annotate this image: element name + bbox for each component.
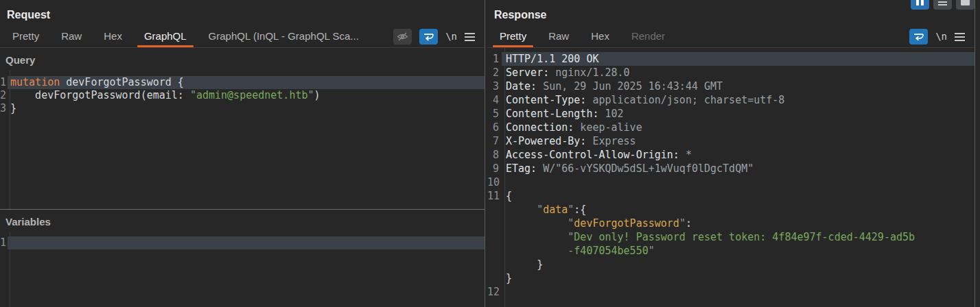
- line-number: 8: [487, 148, 502, 162]
- code-text: -f407054be550": [502, 244, 975, 258]
- response-tab-render[interactable]: Render: [620, 26, 676, 47]
- code-text: "Dev only! Password reset token: 4f84e97…: [502, 230, 975, 244]
- line-number: 3: [0, 102, 8, 115]
- variables-editor[interactable]: 1: [0, 232, 485, 307]
- code-text: }: [502, 258, 975, 271]
- code-text: [502, 285, 975, 299]
- response-tab-pretty[interactable]: Pretty: [489, 26, 537, 47]
- code-text: [8, 236, 485, 249]
- code-line: 1HTTP/1.1 200 OK: [487, 52, 975, 66]
- line-number: [487, 244, 502, 258]
- newline-toggle[interactable]: \n: [935, 29, 947, 45]
- request-toolbar: \n: [393, 26, 485, 47]
- code-text: [502, 175, 975, 189]
- code-text: "devForgotPassword":: [502, 217, 975, 230]
- code-text: Connection: keep-alive: [502, 121, 975, 134]
- line-number: 9: [487, 162, 502, 175]
- response-menu-icon[interactable]: [955, 32, 965, 42]
- code-text: Date: Sun, 29 Jun 2025 16:43:44 GMT: [502, 79, 975, 93]
- code-line: -f407054be550": [487, 244, 975, 258]
- code-line: "Dev only! Password reset token: 4f84e97…: [487, 230, 975, 244]
- code-text: HTTP/1.1 200 OK: [502, 52, 975, 66]
- code-line: 12: [487, 285, 975, 299]
- code-line: 3}: [0, 102, 485, 115]
- line-number: 11: [487, 189, 502, 203]
- code-text: Content-Length: 102: [502, 107, 975, 121]
- code-line: 2 devForgotPassword(email: "admin@speedn…: [0, 89, 485, 102]
- response-toolbar: \n: [909, 26, 975, 47]
- response-panel-title: Response: [487, 0, 975, 26]
- request-panel: Request PrettyRawHexGraphQLGraphQL (InQL…: [0, 0, 485, 307]
- code-text: devForgotPassword(email: "admin@speednet…: [8, 89, 485, 102]
- query-section-label: Query: [0, 48, 485, 71]
- code-text: Server: nginx/1.28.0: [502, 66, 975, 79]
- line-number: 10: [487, 175, 502, 189]
- response-tab-raw[interactable]: Raw: [537, 26, 580, 47]
- line-number: [487, 258, 502, 271]
- code-line: }: [487, 258, 975, 271]
- code-line: 8Access-Control-Allow-Origin: *: [487, 148, 975, 162]
- request-tab-graphql-inql[interactable]: GraphQL (InQL - GraphQL Sca...: [198, 26, 370, 47]
- line-number: 6: [487, 121, 502, 134]
- line-number: 7: [487, 134, 502, 148]
- word-wrap-icon[interactable]: [419, 29, 438, 45]
- code-line: 7X-Powered-By: Express: [487, 134, 975, 148]
- request-tab-raw[interactable]: Raw: [50, 26, 93, 47]
- code-line: 10: [487, 175, 975, 189]
- line-number: [487, 203, 502, 217]
- request-tabs: PrettyRawHexGraphQLGraphQL (InQL - Graph…: [1, 26, 370, 47]
- code-line: 4Content-Type: application/json; charset…: [487, 93, 975, 107]
- code-text: ETag: W/"66-vYSKQDw5dSL+1wVuqf0lDgcTdQM": [502, 162, 975, 175]
- variables-section-label: Variables: [0, 210, 485, 232]
- line-number: 1: [0, 76, 8, 89]
- code-text: }: [8, 102, 485, 115]
- code-line: 5Content-Length: 102: [487, 107, 975, 121]
- code-line: 2Server: nginx/1.28.0: [487, 66, 975, 79]
- request-tab-hex[interactable]: Hex: [93, 26, 133, 47]
- code-text: {: [502, 189, 975, 203]
- code-text: "data":{: [502, 203, 975, 217]
- word-wrap-icon[interactable]: [909, 29, 928, 45]
- line-number: 4: [487, 93, 502, 107]
- line-number: 1: [487, 52, 502, 66]
- newline-toggle[interactable]: \n: [445, 29, 457, 45]
- line-number: [487, 230, 502, 244]
- line-number: 3: [487, 79, 502, 93]
- code-line: 1mutation devForgotPassword {: [0, 76, 485, 89]
- request-menu-icon[interactable]: [465, 32, 475, 42]
- line-number: 5: [487, 107, 502, 121]
- line-number: 1: [0, 236, 8, 249]
- code-line: 3Date: Sun, 29 Jun 2025 16:43:44 GMT: [487, 79, 975, 93]
- single-panel-view-button[interactable]: [956, 0, 975, 10]
- code-line: 6Connection: keep-alive: [487, 121, 975, 134]
- response-tab-hex[interactable]: Hex: [580, 26, 620, 47]
- request-panel-title: Request: [0, 0, 485, 26]
- split-columns-view-button[interactable]: [911, 0, 929, 10]
- request-tab-pretty[interactable]: Pretty: [1, 26, 50, 47]
- request-tab-row: PrettyRawHexGraphQLGraphQL (InQL - Graph…: [0, 26, 485, 48]
- code-line: "devForgotPassword":: [487, 217, 975, 230]
- layout-controls: [911, 0, 975, 10]
- code-text: Access-Control-Allow-Origin: *: [502, 148, 975, 162]
- line-number: [487, 271, 502, 285]
- code-text: }: [502, 271, 975, 285]
- hide-eye-icon[interactable]: [393, 29, 412, 45]
- response-tabs: PrettyRawHexRender: [489, 26, 676, 47]
- split-rows-view-button[interactable]: [933, 0, 952, 10]
- query-editor[interactable]: 1mutation devForgotPassword {2 devForgot…: [0, 71, 485, 209]
- code-line: 9ETag: W/"66-vYSKQDw5dSL+1wVuqf0lDgcTdQM…: [487, 162, 975, 175]
- line-number: 12: [487, 285, 502, 299]
- response-editor[interactable]: 1HTTP/1.1 200 OK2Server: nginx/1.28.03Da…: [487, 48, 975, 307]
- response-tab-row: PrettyRawHexRender \n: [487, 26, 975, 48]
- line-number: 2: [487, 66, 502, 79]
- line-number: [487, 217, 502, 230]
- code-text: Content-Type: application/json; charset=…: [502, 93, 975, 107]
- response-panel: Response PrettyRawHexRender \n 1HTTP/1.1…: [487, 0, 975, 307]
- code-line: 1: [0, 236, 485, 249]
- line-number: 2: [0, 89, 8, 102]
- code-line: "data":{: [487, 203, 975, 217]
- code-line: }: [487, 271, 975, 285]
- code-text: X-Powered-By: Express: [502, 134, 975, 148]
- code-line: 11{: [487, 189, 975, 203]
- request-tab-graphql[interactable]: GraphQL: [133, 26, 198, 47]
